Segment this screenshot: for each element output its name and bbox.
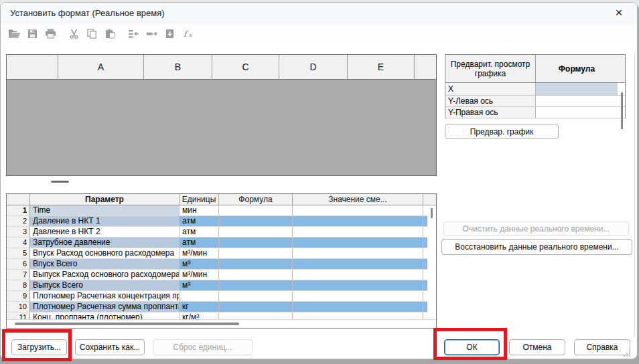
close-icon[interactable]: × <box>608 3 630 24</box>
offset-cell[interactable] <box>293 216 423 226</box>
grid-scrollbar-thumb[interactable] <box>51 181 69 183</box>
parameter-table-vscrollbar[interactable] <box>427 205 436 320</box>
param-cell[interactable]: Впуск Всего <box>30 259 180 269</box>
axis-formula-cell[interactable] <box>536 83 618 95</box>
units-cell[interactable]: м³/мин <box>180 248 219 258</box>
row-number[interactable]: 10 <box>7 302 30 312</box>
offset-cell[interactable] <box>293 280 423 290</box>
parameter-row-3: 3Давление в НКТ 2атм <box>7 227 436 238</box>
formula-cell[interactable] <box>219 259 293 269</box>
param-cell[interactable]: Впуск Расход основного расходомера <box>30 248 180 258</box>
save-icon[interactable] <box>25 28 39 39</box>
parameter-table-hscrollbar[interactable] <box>7 319 436 328</box>
param-cell[interactable]: Выпуск Всего <box>30 280 180 290</box>
preview-row-Y-Правая ось: Y-Правая ось <box>445 107 625 118</box>
offset-cell[interactable] <box>293 259 423 269</box>
formula-cell[interactable] <box>219 205 293 215</box>
axis-formula-cell[interactable] <box>536 107 618 118</box>
offset-cell[interactable] <box>293 270 423 280</box>
row-number[interactable]: 2 <box>7 216 30 226</box>
grid-column-D[interactable]: D <box>279 55 348 79</box>
offset-cell[interactable] <box>293 205 423 215</box>
preview-table-header: Предварит. просмотр графика Формула <box>445 55 625 83</box>
row-number[interactable]: 9 <box>7 291 30 301</box>
param-cell[interactable]: Плотномер Расчетная сумма проппанта <box>30 302 180 312</box>
panel-divider <box>634 52 635 336</box>
header-formula: Формула <box>219 194 293 205</box>
offset-cell[interactable] <box>293 238 423 248</box>
formula-cell[interactable] <box>219 302 293 312</box>
offset-cell[interactable] <box>293 248 423 258</box>
header-param: Параметр <box>30 194 180 205</box>
paste-icon[interactable] <box>103 28 117 39</box>
preview-graph-button[interactable]: Предвар. график <box>445 124 559 139</box>
formula-cell[interactable] <box>219 291 293 301</box>
units-cell[interactable]: м³ <box>180 280 219 290</box>
axis-label[interactable]: Y-Правая ось <box>445 107 536 118</box>
preview-scrollbar-thumb[interactable] <box>621 92 623 129</box>
offset-cell[interactable] <box>293 302 423 312</box>
parameter-row-5: 5Впуск Расход основного расходомерам³/ми… <box>7 248 436 259</box>
formula-cell[interactable] <box>219 227 293 237</box>
units-cell[interactable]: кг <box>180 302 219 312</box>
param-cell[interactable]: Time <box>30 205 180 215</box>
row-number[interactable]: 3 <box>7 227 30 237</box>
formula-icon[interactable]: fx <box>181 28 194 39</box>
copy-icon[interactable] <box>85 28 98 39</box>
row-number[interactable]: 5 <box>7 248 30 258</box>
insert-cells-right-icon[interactable] <box>145 28 158 39</box>
param-cell[interactable]: Затрубное давление <box>30 238 180 248</box>
header-offset: Значение сме... <box>293 194 423 205</box>
preview-col-header: Предварит. просмотр графика <box>445 55 536 82</box>
param-cell[interactable]: Плотномер Расчетная концентрация проппа <box>30 291 180 301</box>
offset-cell[interactable] <box>293 291 423 301</box>
open-icon[interactable] <box>7 28 21 39</box>
axis-label[interactable]: X <box>445 83 536 95</box>
cut-icon[interactable] <box>67 28 80 39</box>
axis-formula-cell[interactable] <box>536 96 618 106</box>
row-number[interactable]: 4 <box>7 238 30 248</box>
save-as-button[interactable]: Сохранить как... <box>75 339 145 355</box>
units-cell[interactable]: м³/мин <box>180 270 219 280</box>
vscrollbar-thumb[interactable] <box>431 208 433 218</box>
cancel-button[interactable]: Отмена <box>509 339 565 355</box>
units-cell[interactable]: м³ <box>180 259 219 269</box>
row-number[interactable]: 7 <box>7 270 30 280</box>
resize-grip-icon[interactable] <box>622 349 632 359</box>
dialog-set-format: Установить формат (Реальное время) × fx … <box>0 2 638 359</box>
offset-cell[interactable] <box>293 227 423 237</box>
param-cell[interactable]: Выпуск Расход основного расходомера <box>30 270 180 280</box>
units-cell[interactable]: атм <box>180 216 219 226</box>
row-number[interactable]: 1 <box>7 205 30 215</box>
print-icon[interactable] <box>44 28 57 39</box>
param-cell[interactable]: Давление в НКТ 2 <box>30 227 180 237</box>
units-cell[interactable]: атм <box>180 227 219 237</box>
formula-cell[interactable] <box>219 248 293 258</box>
ok-button[interactable]: ОК <box>444 339 500 355</box>
units-cell[interactable] <box>180 291 219 301</box>
param-cell[interactable]: Давление в НКТ 1 <box>30 216 180 226</box>
row-number[interactable]: 8 <box>7 280 30 290</box>
grid-column-A[interactable]: A <box>58 55 144 79</box>
restore-realtime-data-button[interactable]: Восстановить данные реального времени... <box>441 239 632 255</box>
import-data-icon[interactable] <box>163 28 176 39</box>
grid-column-E[interactable]: E <box>348 55 415 79</box>
screen: Установить формат (Реальное время) × fx … <box>0 0 639 364</box>
axis-label[interactable]: Y-Левая ось <box>445 96 536 106</box>
units-cell[interactable]: мин <box>180 205 219 215</box>
parameter-table-rows: 1Timeмин2Давление в НКТ 1атм3Давление в … <box>7 205 436 320</box>
formula-cell[interactable] <box>219 280 293 290</box>
row-number[interactable]: 6 <box>7 259 30 269</box>
clear-realtime-data-button: Очистить данные реального времени... <box>443 221 629 236</box>
formula-cell[interactable] <box>219 238 293 248</box>
parameter-row-2: 2Давление в НКТ 1атм <box>7 216 436 227</box>
preview-row-X: X <box>445 83 625 96</box>
hscrollbar-thumb[interactable] <box>15 323 239 325</box>
grid-column-C[interactable]: C <box>212 55 279 79</box>
formula-cell[interactable] <box>219 216 293 226</box>
grid-column-B[interactable]: B <box>144 55 212 79</box>
load-button[interactable]: Загрузить... <box>11 339 67 355</box>
units-cell[interactable]: атм <box>180 238 219 248</box>
formula-cell[interactable] <box>219 270 293 280</box>
insert-cells-left-icon[interactable] <box>127 28 140 39</box>
